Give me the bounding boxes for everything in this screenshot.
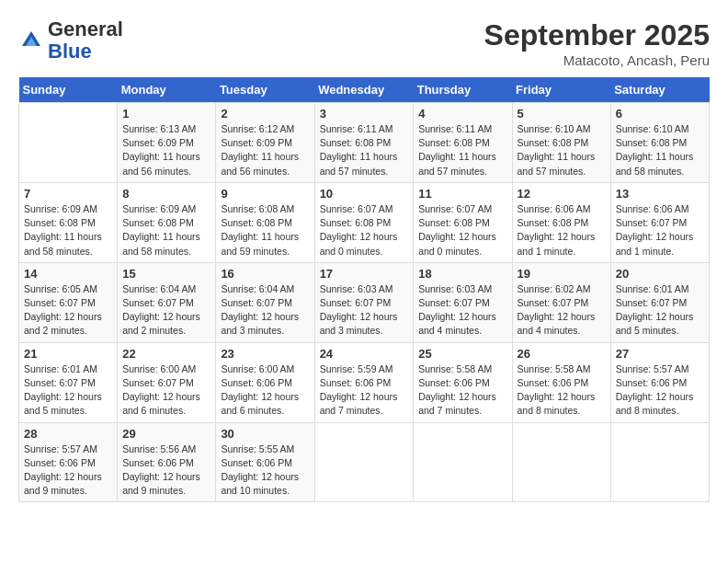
day-info: Sunrise: 6:01 AMSunset: 6:07 PMDaylight:… [616, 282, 704, 339]
day-info: Sunrise: 6:00 AMSunset: 6:06 PMDaylight:… [221, 362, 309, 419]
week-row-5: 28Sunrise: 5:57 AMSunset: 6:06 PMDayligh… [19, 422, 710, 502]
day-number: 23 [221, 347, 309, 361]
day-info: Sunrise: 6:11 AMSunset: 6:08 PMDaylight:… [320, 122, 409, 178]
calendar-cell: 2Sunrise: 6:12 AMSunset: 6:09 PMDaylight… [216, 103, 314, 183]
calendar-cell: 8Sunrise: 6:09 AMSunset: 6:08 PMDaylight… [118, 182, 216, 262]
header-saturday: Saturday [610, 77, 709, 103]
calendar-table: SundayMondayTuesdayWednesdayThursdayFrid… [18, 77, 710, 502]
week-row-1: 1Sunrise: 6:13 AMSunset: 6:09 PMDaylight… [19, 103, 710, 183]
calendar-cell: 3Sunrise: 6:11 AMSunset: 6:08 PMDaylight… [314, 103, 414, 183]
calendar-cell: 14Sunrise: 6:05 AMSunset: 6:07 PMDayligh… [19, 262, 118, 342]
day-info: Sunrise: 6:05 AMSunset: 6:07 PMDaylight:… [24, 282, 112, 339]
day-number: 14 [24, 267, 112, 281]
calendar-cell: 23Sunrise: 6:00 AMSunset: 6:06 PMDayligh… [216, 342, 314, 422]
calendar-cell: 16Sunrise: 6:04 AMSunset: 6:07 PMDayligh… [216, 262, 314, 342]
day-number: 7 [24, 187, 112, 201]
day-info: Sunrise: 6:11 AMSunset: 6:08 PMDaylight:… [418, 122, 506, 178]
day-number: 6 [616, 107, 704, 121]
calendar-cell: 20Sunrise: 6:01 AMSunset: 6:07 PMDayligh… [610, 262, 709, 342]
day-info: Sunrise: 5:56 AMSunset: 6:06 PMDaylight:… [122, 442, 210, 499]
calendar-cell: 4Sunrise: 6:11 AMSunset: 6:08 PMDaylight… [414, 103, 512, 183]
header-thursday: Thursday [414, 77, 512, 103]
day-number: 1 [122, 107, 210, 121]
day-number: 15 [122, 267, 210, 281]
day-number: 28 [24, 427, 112, 441]
logo-text: General Blue [48, 18, 123, 63]
week-row-4: 21Sunrise: 6:01 AMSunset: 6:07 PMDayligh… [19, 342, 710, 422]
logo: General Blue [18, 18, 123, 63]
day-number: 22 [122, 347, 210, 361]
page-header: General Blue September 2025 Matacoto, An… [18, 18, 710, 68]
day-number: 19 [518, 267, 606, 281]
calendar-cell: 10Sunrise: 6:07 AMSunset: 6:08 PMDayligh… [314, 182, 414, 262]
calendar-cell: 19Sunrise: 6:02 AMSunset: 6:07 PMDayligh… [512, 262, 610, 342]
logo-blue: Blue [48, 40, 92, 63]
header-friday: Friday [512, 77, 610, 103]
day-info: Sunrise: 5:57 AMSunset: 6:06 PMDaylight:… [616, 362, 704, 419]
day-info: Sunrise: 6:07 AMSunset: 6:08 PMDaylight:… [320, 202, 409, 259]
day-number: 12 [518, 187, 606, 201]
week-row-2: 7Sunrise: 6:09 AMSunset: 6:08 PMDaylight… [19, 182, 710, 262]
day-info: Sunrise: 6:10 AMSunset: 6:08 PMDaylight:… [616, 122, 704, 178]
day-info: Sunrise: 6:07 AMSunset: 6:08 PMDaylight:… [418, 202, 506, 259]
day-info: Sunrise: 5:57 AMSunset: 6:06 PMDaylight:… [24, 442, 112, 499]
calendar-cell: 26Sunrise: 5:58 AMSunset: 6:06 PMDayligh… [512, 342, 610, 422]
calendar-cell: 18Sunrise: 6:03 AMSunset: 6:07 PMDayligh… [414, 262, 512, 342]
day-number: 3 [320, 107, 409, 121]
day-number: 17 [320, 267, 409, 281]
calendar-cell: 30Sunrise: 5:55 AMSunset: 6:06 PMDayligh… [216, 422, 314, 502]
day-number: 8 [122, 187, 210, 201]
calendar-cell: 15Sunrise: 6:04 AMSunset: 6:07 PMDayligh… [118, 262, 216, 342]
title-block: September 2025 Matacoto, Ancash, Peru [484, 18, 710, 68]
calendar-cell: 24Sunrise: 5:59 AMSunset: 6:06 PMDayligh… [314, 342, 414, 422]
calendar-cell: 21Sunrise: 6:01 AMSunset: 6:07 PMDayligh… [19, 342, 118, 422]
day-number: 9 [221, 187, 309, 201]
calendar-cell: 25Sunrise: 5:58 AMSunset: 6:06 PMDayligh… [414, 342, 512, 422]
day-info: Sunrise: 5:55 AMSunset: 6:06 PMDaylight:… [221, 442, 309, 499]
month-title: September 2025 [484, 18, 710, 52]
calendar-cell: 5Sunrise: 6:10 AMSunset: 6:08 PMDaylight… [512, 103, 610, 183]
calendar-cell [19, 103, 118, 183]
day-info: Sunrise: 6:08 AMSunset: 6:08 PMDaylight:… [221, 202, 309, 259]
day-number: 20 [616, 267, 704, 281]
header-wednesday: Wednesday [314, 77, 414, 103]
day-number: 5 [518, 107, 606, 121]
day-number: 18 [418, 267, 506, 281]
day-info: Sunrise: 6:03 AMSunset: 6:07 PMDaylight:… [418, 282, 506, 339]
day-info: Sunrise: 6:13 AMSunset: 6:09 PMDaylight:… [122, 122, 210, 178]
day-info: Sunrise: 6:12 AMSunset: 6:09 PMDaylight:… [221, 122, 309, 178]
calendar-cell: 28Sunrise: 5:57 AMSunset: 6:06 PMDayligh… [19, 422, 118, 502]
calendar-cell: 29Sunrise: 5:56 AMSunset: 6:06 PMDayligh… [118, 422, 216, 502]
day-info: Sunrise: 6:04 AMSunset: 6:07 PMDaylight:… [122, 282, 210, 339]
location: Matacoto, Ancash, Peru [484, 52, 710, 68]
day-info: Sunrise: 6:03 AMSunset: 6:07 PMDaylight:… [320, 282, 409, 339]
day-number: 26 [518, 347, 606, 361]
logo-general: General [48, 17, 123, 40]
day-info: Sunrise: 6:06 AMSunset: 6:08 PMDaylight:… [518, 202, 606, 259]
calendar-cell: 17Sunrise: 6:03 AMSunset: 6:07 PMDayligh… [314, 262, 414, 342]
day-info: Sunrise: 6:09 AMSunset: 6:08 PMDaylight:… [24, 202, 112, 259]
header-row: SundayMondayTuesdayWednesdayThursdayFrid… [19, 77, 710, 103]
day-info: Sunrise: 6:09 AMSunset: 6:08 PMDaylight:… [122, 202, 210, 259]
day-number: 25 [418, 347, 506, 361]
calendar-cell: 7Sunrise: 6:09 AMSunset: 6:08 PMDaylight… [19, 182, 118, 262]
calendar-cell [314, 422, 414, 502]
calendar-cell [414, 422, 512, 502]
day-info: Sunrise: 6:04 AMSunset: 6:07 PMDaylight:… [221, 282, 309, 339]
day-number: 30 [221, 427, 309, 441]
day-info: Sunrise: 6:00 AMSunset: 6:07 PMDaylight:… [122, 362, 210, 419]
day-info: Sunrise: 5:59 AMSunset: 6:06 PMDaylight:… [320, 362, 409, 419]
day-number: 24 [320, 347, 409, 361]
calendar-cell: 13Sunrise: 6:06 AMSunset: 6:07 PMDayligh… [610, 182, 709, 262]
day-info: Sunrise: 6:01 AMSunset: 6:07 PMDaylight:… [24, 362, 112, 419]
day-number: 21 [24, 347, 112, 361]
day-number: 2 [221, 107, 309, 121]
day-number: 4 [418, 107, 506, 121]
calendar-cell: 22Sunrise: 6:00 AMSunset: 6:07 PMDayligh… [118, 342, 216, 422]
calendar-cell: 27Sunrise: 5:57 AMSunset: 6:06 PMDayligh… [610, 342, 709, 422]
day-number: 10 [320, 187, 409, 201]
day-number: 11 [418, 187, 506, 201]
day-info: Sunrise: 5:58 AMSunset: 6:06 PMDaylight:… [418, 362, 506, 419]
calendar-cell: 1Sunrise: 6:13 AMSunset: 6:09 PMDaylight… [118, 103, 216, 183]
calendar-cell: 11Sunrise: 6:07 AMSunset: 6:08 PMDayligh… [414, 182, 512, 262]
